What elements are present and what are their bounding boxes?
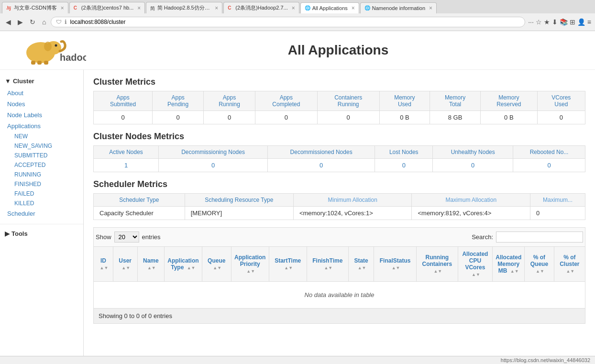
tab-centos[interactable]: C (2条消息)centos7 hb... × bbox=[69, 2, 145, 13]
col-app-type[interactable]: ApplicationType ▲▼ bbox=[165, 247, 202, 282]
col-state[interactable]: State ▲▼ bbox=[348, 247, 374, 282]
sidebar-applications-label: Applications bbox=[7, 122, 41, 130]
col-app-priority[interactable]: ApplicationPriority ▲▼ bbox=[231, 247, 269, 282]
queue-sort-icon: ▲▼ bbox=[213, 265, 221, 270]
col-apps-pending: AppsPending bbox=[153, 91, 204, 111]
pctqueue-sort-icon: ▲▼ bbox=[536, 269, 544, 274]
cluster-metrics-table: AppsSubmitted AppsPending AppsRunning Ap… bbox=[93, 91, 585, 124]
extensions-button[interactable]: ⊞ bbox=[570, 18, 575, 26]
sidebar-item-failed[interactable]: FAILED bbox=[0, 189, 83, 199]
tab-hadoop285[interactable]: 简 简 Hadoop2.8.5仿分布式... × bbox=[146, 2, 222, 13]
svg-rect-6 bbox=[44, 61, 48, 65]
table-controls: Show 20 50 100 entries Search: bbox=[93, 227, 585, 246]
sidebar-item-nodes[interactable]: Nodes bbox=[0, 99, 83, 110]
show-entries: Show 20 50 100 entries bbox=[96, 232, 161, 243]
sidebar-item-new[interactable]: NEW bbox=[0, 132, 83, 141]
entries-label: entries bbox=[142, 233, 161, 241]
tools-arrow-icon: ▶ bbox=[5, 230, 10, 237]
sidebar-item-about[interactable]: About bbox=[0, 88, 83, 99]
svg-text:hadoop: hadoop bbox=[60, 52, 86, 63]
sidebar-item-scheduler[interactable]: Scheduler bbox=[0, 208, 83, 219]
col-scheduler-type: Scheduler Type bbox=[94, 194, 185, 207]
col-pct-queue[interactable]: % ofQueue ▲▼ bbox=[525, 247, 554, 282]
tab-all-apps[interactable]: 🌐 All Applications × bbox=[300, 2, 359, 13]
sidebar-tools-section[interactable]: ▶ Tools bbox=[0, 227, 83, 240]
col-finish-time[interactable]: FinishTime ▲▼ bbox=[307, 247, 348, 282]
search-input[interactable] bbox=[496, 232, 583, 243]
tab-csdn[interactable]: 与 与文章-CSDN博客 × bbox=[2, 2, 68, 13]
val-maximum: 0 bbox=[530, 207, 585, 220]
val-memory-total: 8 GB bbox=[430, 111, 481, 124]
col-user[interactable]: User ▲▼ bbox=[113, 247, 137, 282]
col-lost-nodes: Lost Nodes bbox=[375, 146, 433, 159]
col-memory-reserved: MemoryReserved bbox=[480, 91, 537, 111]
val-lost-nodes[interactable]: 0 bbox=[375, 159, 433, 172]
sidebar-item-new-saving[interactable]: NEW_SAVING bbox=[0, 141, 83, 151]
cluster-metrics-title: Cluster Metrics bbox=[93, 77, 585, 87]
val-scheduler-type: Capacity Scheduler bbox=[94, 207, 185, 220]
val-active-nodes[interactable]: 1 bbox=[94, 159, 159, 172]
col-pct-cluster[interactable]: % ofCluster ▲▼ bbox=[554, 247, 585, 282]
col-allocated-cpu[interactable]: AllocatedCPUVCores ▲▼ bbox=[458, 247, 493, 282]
finishtime-sort-icon: ▲▼ bbox=[324, 265, 332, 270]
scheduler-metrics-title: Scheduler Metrics bbox=[93, 179, 585, 189]
col-queue[interactable]: Queue ▲▼ bbox=[202, 247, 231, 282]
val-memory-reserved: 0 B bbox=[480, 111, 537, 124]
sidebar-item-accepted[interactable]: ACCEPTED bbox=[0, 160, 83, 170]
col-id[interactable]: ID ▲▼ bbox=[94, 247, 113, 282]
col-running-containers[interactable]: RunningContainers ▲▼ bbox=[416, 247, 458, 282]
lock-icon: ℹ bbox=[65, 19, 67, 25]
sidebar-item-running[interactable]: RUNNING bbox=[0, 170, 83, 179]
pctcluster-sort-icon: ▲▼ bbox=[566, 269, 574, 274]
page-layout: ▼ Cluster About Nodes Node Labels Applic… bbox=[0, 70, 595, 364]
address-input[interactable] bbox=[70, 19, 520, 25]
sidebar-item-submitted[interactable]: SUBMITTED bbox=[0, 151, 83, 160]
tab-namenode[interactable]: 🌐 Namenode information × bbox=[360, 2, 437, 13]
table-footer: Showing 0 to 0 of 0 entries bbox=[93, 309, 585, 324]
back-button[interactable]: ◀ bbox=[4, 17, 13, 27]
col-allocated-memory[interactable]: AllocatedMemoryMB ▲▼ bbox=[493, 247, 525, 282]
sidebar-item-node-labels[interactable]: Node Labels bbox=[0, 110, 83, 121]
val-min-allocation: <memory:1024, vCores:1> bbox=[293, 207, 412, 220]
col-apps-completed: AppsCompleted bbox=[255, 91, 317, 111]
profile-button[interactable]: 👤 bbox=[577, 18, 585, 26]
entries-select[interactable]: 20 50 100 bbox=[114, 232, 139, 243]
menu-button[interactable]: ≡ bbox=[587, 18, 591, 26]
more-button[interactable]: ★ bbox=[544, 18, 550, 26]
col-apps-submitted: AppsSubmitted bbox=[94, 91, 153, 111]
forward-button[interactable]: ▶ bbox=[16, 17, 25, 27]
sidebar-item-applications[interactable]: Applications bbox=[0, 121, 83, 132]
no-data-cell: No data available in table bbox=[94, 282, 585, 309]
tab-hadoop27[interactable]: C (2条消息)Hadoop2.7... × bbox=[223, 2, 299, 13]
sidebar-item-killed[interactable]: KILLED bbox=[0, 199, 83, 208]
sidebar-item-finished[interactable]: FINISHED bbox=[0, 179, 83, 189]
bookmark-button[interactable]: ··· bbox=[528, 18, 534, 26]
download-button[interactable]: ⬇ bbox=[552, 18, 558, 26]
browser-chrome: 与 与文章-CSDN博客 × C (2条消息)centos7 hb... × 简… bbox=[0, 0, 595, 31]
col-memory-used: MemoryUsed bbox=[379, 91, 430, 111]
svg-rect-4 bbox=[31, 61, 35, 65]
val-rebooted-nodes[interactable]: 0 bbox=[513, 159, 585, 172]
val-decommissioned-nodes[interactable]: 0 bbox=[268, 159, 375, 172]
name-sort-icon: ▲▼ bbox=[147, 265, 156, 270]
cpu-sort-icon: ▲▼ bbox=[472, 272, 480, 277]
reload-button[interactable]: ↻ bbox=[28, 17, 37, 27]
finalstatus-sort-icon: ▲▼ bbox=[392, 265, 400, 270]
col-final-status[interactable]: FinalStatus ▲▼ bbox=[374, 247, 417, 282]
star-button[interactable]: ☆ bbox=[536, 18, 542, 26]
sidebar-scheduler-label: Scheduler bbox=[7, 210, 35, 217]
sidebar-cluster-header[interactable]: ▼ Cluster bbox=[0, 75, 83, 88]
containers-sort-icon: ▲▼ bbox=[433, 269, 442, 274]
col-start-time[interactable]: StartTime ▲▼ bbox=[269, 247, 307, 282]
memory-sort-icon: ▲▼ bbox=[510, 269, 519, 274]
col-name[interactable]: Name ▲▼ bbox=[137, 247, 165, 282]
val-unhealthy-nodes[interactable]: 0 bbox=[433, 159, 513, 172]
home-button[interactable]: ⌂ bbox=[40, 17, 48, 27]
apppriority-sort-icon: ▲▼ bbox=[246, 269, 255, 274]
library-button[interactable]: 📚 bbox=[560, 18, 568, 26]
sidebar-node-labels-label: Node Labels bbox=[7, 111, 42, 119]
val-decommissioning-nodes[interactable]: 0 bbox=[159, 159, 268, 172]
applications-table: ID ▲▼ User ▲▼ Name ▲▼ ApplicationType ▲▼… bbox=[93, 246, 585, 309]
col-rebooted-nodes: Rebooted No... bbox=[513, 146, 585, 159]
val-apps-running: 0 bbox=[204, 111, 255, 124]
